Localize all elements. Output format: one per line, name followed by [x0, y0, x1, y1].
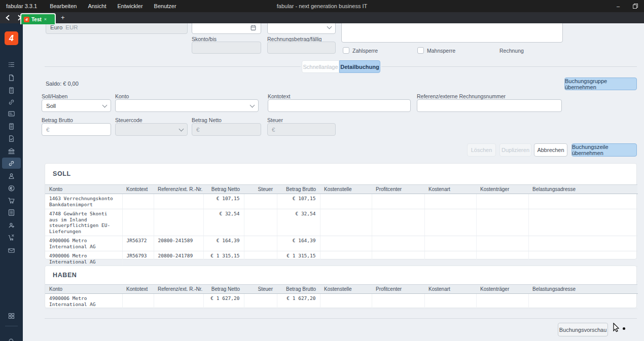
table-cell: € 164,39: [203, 236, 244, 251]
tab-schnellanlage[interactable]: Schnellanlage: [302, 60, 339, 73]
sidebar-item-calculator2[interactable]: [2, 121, 21, 132]
sidebar-item-bank[interactable]: [2, 145, 21, 157]
column-header: Steuer: [244, 185, 277, 194]
currency-code: EUR: [65, 24, 78, 30]
new-tab-button[interactable]: +: [61, 14, 65, 21]
sidebar-item-link[interactable]: [2, 96, 21, 107]
kontotext-input-field[interactable]: [272, 103, 406, 109]
fabular-logo[interactable]: 4: [5, 31, 18, 45]
table-row[interactable]: 1463 Verrechnungskonto Bankdatenimport€ …: [45, 194, 637, 209]
tab-detailbuchung[interactable]: Detailbuchung: [339, 60, 380, 73]
table-cell: [424, 194, 476, 209]
saldo-text: Saldo: € 0,00: [46, 81, 79, 87]
sidebar-item-user[interactable]: [2, 170, 21, 181]
table-cell: [320, 251, 372, 267]
table-cell: [244, 251, 277, 267]
column-header: Konto: [45, 285, 122, 294]
titlebar: fabular 3.3.1 Bearbeiten Ansicht Entwick…: [0, 0, 644, 12]
sidebar-item-link-active[interactable]: [2, 158, 21, 169]
sidebar-item-mail-send[interactable]: [2, 245, 21, 256]
table-cell: 4900006 Metro International AG: [45, 294, 122, 309]
sidebar-item-calculator[interactable]: [2, 85, 21, 96]
card-icon: [8, 110, 15, 118]
steuercode-select: [115, 123, 188, 136]
abbrechen-button[interactable]: Abbrechen: [534, 143, 567, 157]
sidebar-item-menu-list[interactable]: [2, 59, 21, 70]
buchungsvorschau-button[interactable]: Buchungsvorschau: [558, 323, 608, 336]
table-row[interactable]: 4900006 Metro International AGJR56793208…: [45, 251, 637, 267]
buchungsgruppe-uebernehmen-button[interactable]: Buchungsgruppe übernehmen: [564, 78, 637, 90]
zahlsperre-checkbox[interactable]: [343, 47, 349, 54]
menu-entwickler[interactable]: Entwickler: [112, 0, 148, 12]
rechnungsbetrag-field: [267, 42, 336, 54]
chevron-down-icon: [179, 126, 184, 131]
column-header: Kontotext: [122, 285, 154, 294]
steuer-placeholder: €: [272, 127, 275, 133]
table-cell: [244, 294, 277, 309]
soll-section: SOLL KontoKontotextReferenz/ext. R.-Nr.B…: [45, 163, 637, 259]
tab-close-icon[interactable]: ×: [44, 17, 47, 22]
mail-send-icon: [8, 247, 15, 254]
sidebar-item-cart-remove[interactable]: [2, 232, 21, 243]
sidebar-item-cart[interactable]: [2, 195, 21, 206]
table-cell: [122, 209, 154, 236]
menu-bearbeiten[interactable]: Bearbeiten: [44, 0, 82, 12]
table-cell: [424, 251, 476, 267]
mahnsperre-checkbox[interactable]: [417, 47, 424, 54]
footer-divider: [45, 318, 637, 319]
duplizieren-button: Duplizieren: [499, 143, 531, 157]
table-cell: [528, 251, 637, 267]
table-row[interactable]: 4748 Gewährte Skonti aus im Inland steue…: [45, 209, 637, 236]
sidebar-item-support[interactable]: [2, 219, 21, 231]
table-cell: [476, 194, 528, 209]
soll-haben-select[interactable]: Soll: [42, 99, 111, 112]
sidebar: 4: [0, 23, 23, 341]
minimize-button[interactable]: –: [610, 0, 627, 12]
app-name: fabular 3.3.1: [0, 3, 44, 9]
referenz-input[interactable]: [417, 99, 562, 112]
sidebar-item-document-edit[interactable]: [2, 133, 21, 144]
buchungszeile-uebernehmen-button[interactable]: Buchungszeile übernehmen: [571, 143, 637, 157]
referenz-input-field[interactable]: [421, 103, 557, 109]
column-header: Betrag Netto: [203, 285, 244, 294]
tab-test[interactable]: 4 Test ×: [20, 13, 56, 24]
loeschen-button: Löschen: [467, 143, 496, 157]
menu-ansicht[interactable]: Ansicht: [82, 0, 112, 12]
column-header: Kostenstelle: [320, 185, 372, 194]
betrag-brutto-input-field[interactable]: [46, 127, 106, 133]
column-header: Belastungsadresse: [528, 285, 637, 294]
table-cell: [424, 209, 476, 236]
konto-label: Konto: [115, 93, 129, 99]
menu-benutzer[interactable]: Benutzer: [149, 0, 182, 12]
table-row[interactable]: 4900006 Metro International AG€ 1 627,20…: [45, 294, 637, 309]
sidebar-item-search[interactable]: [2, 335, 21, 341]
sidebar-item-card[interactable]: [2, 108, 21, 119]
sidebar-item-coin[interactable]: [2, 182, 21, 194]
haben-table: KontoKontotextReferenz/ext. R.-Nr.Betrag…: [45, 284, 638, 309]
table-row[interactable]: 4900006 Metro International AGJR56372208…: [45, 236, 637, 251]
column-header: Kostenträger: [476, 285, 528, 294]
sidebar-item-apps-grid[interactable]: [2, 310, 21, 321]
betrag-brutto-input[interactable]: [42, 123, 111, 136]
steuer-field: €: [267, 123, 336, 136]
table-cell: [528, 294, 637, 309]
back-button[interactable]: [4, 14, 12, 22]
restore-button[interactable]: [627, 0, 644, 12]
click-indicator-dot: [623, 327, 625, 330]
table-cell: € 107,15: [203, 194, 244, 209]
table-cell: 20800-241789: [154, 251, 203, 267]
chevron-down-icon: [250, 102, 255, 107]
steuer-label: Steuer: [267, 117, 283, 123]
table-cell: € 32,54: [277, 209, 320, 236]
konto-select[interactable]: [115, 99, 259, 112]
sidebar-item-list[interactable]: [2, 207, 21, 218]
steuercode-label: Steuercode: [115, 117, 142, 123]
kontotext-input[interactable]: [268, 99, 411, 112]
table-cell: [476, 294, 528, 309]
table-header-row: KontoKontotextReferenz/ext. R.-Nr.Betrag…: [45, 185, 637, 194]
sidebar-item-document[interactable]: [2, 72, 21, 83]
column-header: Kostenträger: [476, 185, 528, 194]
support-icon: [8, 221, 15, 229]
apps-grid-icon: [8, 312, 15, 320]
table-cell: [154, 294, 203, 309]
